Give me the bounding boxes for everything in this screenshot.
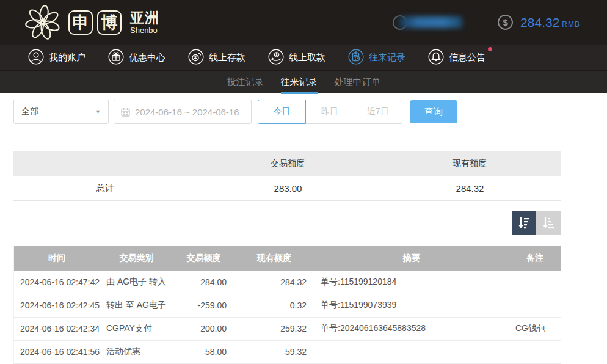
cell-remarks: CG钱包	[509, 317, 561, 340]
header-type: 交易类别	[100, 246, 173, 271]
transactions-table: 时间 交易类别 交易额度 现有额度 摘要 备注 2024-06-16 02:47…	[13, 246, 561, 364]
dollar-icon: $	[498, 15, 513, 30]
nav-item-deposit[interactable]: 线上存款	[188, 49, 245, 67]
cell-time: 2024-06-16 02:42:45	[14, 294, 100, 317]
nav-label: 线上取款	[289, 52, 325, 64]
header-summary: 摘要	[314, 246, 509, 271]
query-button[interactable]: 查询	[410, 100, 457, 123]
date-range-value: 2024-06-16 ~ 2024-06-16	[135, 107, 239, 117]
balance-amount: 284.32	[520, 15, 559, 30]
notification-badge	[488, 47, 492, 51]
nav-item-announcements[interactable]: 信息公告	[428, 49, 485, 67]
user-icon	[28, 49, 44, 67]
sort-ascending-icon	[540, 215, 556, 231]
quick-date-group: 今日 昨日 近7日	[258, 100, 402, 124]
table-header-row: 时间 交易类别 交易额度 现有额度 摘要 备注	[14, 246, 561, 271]
table-row: 2024-06-16 02:41:56 活动优惠 58.00 59.32	[14, 340, 561, 363]
cell-time: 2024-06-16 02:47:42	[14, 271, 100, 294]
cell-summary: 单号:202406163645883528	[314, 317, 509, 340]
logo-region: 亚洲 Shenbo	[130, 11, 159, 34]
nav-label: 信息公告	[449, 52, 485, 64]
nav-item-my-account[interactable]: 我的账户	[28, 49, 85, 67]
table-row: 2024-06-16 02:42:45 转出 至 AG电子 -259.00 0.…	[14, 294, 561, 317]
logo-char-bo: 博	[97, 10, 122, 35]
nav-label: 往来记录	[369, 52, 405, 64]
date-range-input[interactable]: 2024-06-16 ~ 2024-06-16	[114, 100, 252, 124]
cell-balance: 259.32	[234, 317, 314, 340]
summary-total-label: 总计	[13, 183, 197, 194]
cell-type: CGPAY支付	[100, 317, 173, 340]
sort-controls	[13, 211, 561, 235]
cell-balance: 284.32	[234, 271, 314, 294]
username-redacted	[399, 16, 462, 28]
nav-label: 线上存款	[209, 52, 245, 64]
chevron-down-icon: ▼	[95, 109, 101, 115]
records-icon	[348, 49, 364, 67]
last7days-button[interactable]: 近7日	[354, 100, 402, 124]
cell-amount: 284.00	[173, 271, 234, 294]
deposit-icon	[188, 49, 204, 67]
table-row: 2024-06-16 02:42:34 CGPAY支付 200.00 259.3…	[14, 317, 561, 340]
tab-transaction-records[interactable]: 往来记录	[281, 71, 318, 94]
nav-label: 优惠中心	[129, 52, 165, 64]
gift-icon	[108, 49, 124, 67]
cell-balance: 0.32	[234, 294, 314, 317]
sort-ascending-button[interactable]	[536, 211, 561, 235]
header-time: 时间	[14, 246, 100, 271]
type-dropdown-value: 全部	[21, 106, 38, 117]
cell-remarks	[509, 294, 561, 317]
top-header: 申 博 亚洲 Shenbo $ 284.32 RMB	[0, 0, 607, 45]
today-button[interactable]: 今日	[258, 100, 306, 124]
header-remarks: 备注	[509, 246, 561, 271]
nav-item-records[interactable]: 往来记录	[348, 49, 405, 67]
sort-descending-button[interactable]	[512, 211, 536, 235]
sort-descending-icon	[516, 215, 532, 231]
summary-total-row: 总计 283.00 284.32	[13, 176, 561, 201]
main-nav: 我的账户 优惠中心 线上存款 线上取款 往来记录 信息公告	[0, 45, 607, 70]
cell-type: 活动优惠	[100, 340, 173, 363]
cell-amount: 58.00	[173, 340, 234, 363]
table-row: 2024-06-16 02:47:42 由 AG电子 转入 284.00 284…	[14, 271, 561, 294]
cell-remarks	[509, 340, 561, 363]
filter-row: 全部 ▼ 2024-06-16 ~ 2024-06-16 今日 昨日 近7日 查…	[13, 100, 561, 124]
logo-characters: 申 博	[68, 10, 122, 35]
yesterday-button[interactable]: 昨日	[306, 100, 354, 124]
bell-icon	[428, 49, 444, 67]
account-cluster[interactable]	[393, 15, 462, 30]
cell-amount: -259.00	[173, 294, 234, 317]
record-subtabs: 投注记录 往来记录 处理中订单	[0, 70, 607, 93]
summary-header-transaction: 交易额度	[197, 158, 379, 169]
cell-time: 2024-06-16 02:42:34	[14, 317, 100, 340]
cell-amount: 200.00	[173, 317, 234, 340]
nav-item-promotions[interactable]: 优惠中心	[108, 49, 165, 67]
tab-processing-orders[interactable]: 处理中订单	[335, 71, 380, 94]
balance-currency: RMB	[562, 16, 580, 29]
cell-remarks	[509, 271, 561, 294]
flower-logo-icon	[24, 4, 61, 41]
cell-summary	[314, 340, 509, 363]
summary-header-row: 交易额度 现有额度	[13, 151, 561, 176]
cell-summary: 单号:115199120184	[314, 271, 509, 294]
calendar-icon	[121, 107, 130, 117]
summary-table: 交易额度 现有额度 总计 283.00 284.32	[13, 151, 561, 201]
summary-total-balance: 284.32	[379, 176, 561, 201]
cell-type: 转出 至 AG电子	[100, 294, 173, 317]
type-dropdown[interactable]: 全部 ▼	[13, 100, 109, 124]
cell-type: 由 AG电子 转入	[100, 271, 173, 294]
cell-summary: 单号:115199073939	[314, 294, 509, 317]
logo-char-shen: 申	[68, 10, 93, 35]
brand-logo[interactable]: 申 博 亚洲 Shenbo	[24, 4, 159, 41]
nav-item-withdraw[interactable]: 线上取款	[268, 49, 325, 67]
cell-balance: 59.32	[234, 340, 314, 363]
balance-display[interactable]: $ 284.32 RMB	[498, 15, 580, 30]
header-amount: 交易额度	[173, 246, 234, 271]
withdraw-icon	[268, 49, 284, 67]
nav-label: 我的账户	[49, 52, 85, 64]
cell-time: 2024-06-16 02:41:56	[14, 340, 100, 363]
summary-total-transaction: 283.00	[197, 176, 379, 201]
header-balance: 现有额度	[234, 246, 314, 271]
tab-betting-records[interactable]: 投注记录	[227, 71, 264, 94]
summary-header-balance: 现有额度	[379, 158, 561, 169]
logo-region-cn: 亚洲	[130, 11, 159, 25]
logo-subtitle: Shenbo	[130, 26, 159, 34]
